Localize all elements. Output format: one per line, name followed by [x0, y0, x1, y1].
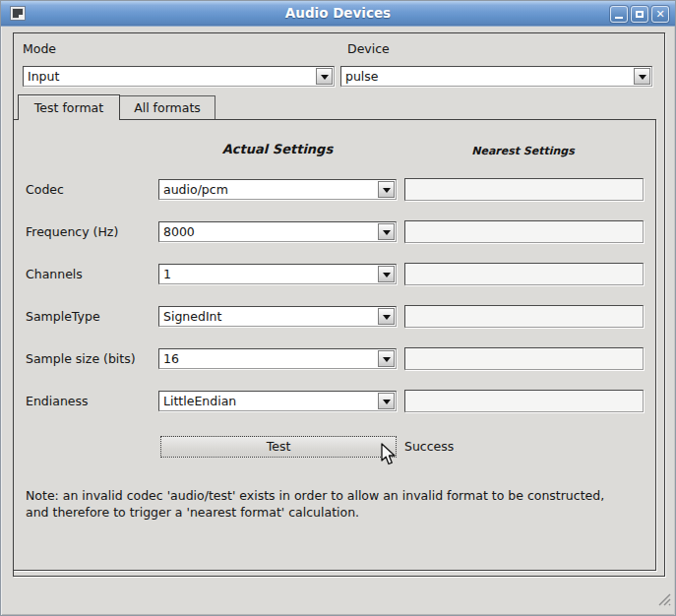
status-label: Success: [404, 439, 454, 454]
frequency-select[interactable]: 8000: [158, 221, 397, 242]
frequency-select-value: 8000: [163, 224, 195, 239]
arrow-down-icon: [378, 181, 395, 198]
audio-devices-window: Audio Devices ✕ Mode Input Device pulse …: [0, 0, 676, 616]
mode-label: Mode: [23, 41, 56, 56]
sample-type-label: SampleType: [26, 309, 100, 324]
mouse-cursor: [378, 443, 399, 466]
device-select-value: pulse: [345, 69, 379, 84]
codec-select[interactable]: audio/pcm: [158, 179, 397, 200]
endianess-label: Endianess: [26, 394, 89, 408]
nearest-codec-field: [404, 178, 644, 201]
arrow-down-icon: [634, 68, 650, 85]
arrow-down-icon: [378, 266, 395, 282]
tab-all-formats[interactable]: All formats: [120, 95, 215, 119]
sample-size-select-value: 16: [163, 351, 179, 366]
test-button[interactable]: Test: [160, 436, 397, 458]
arrow-down-icon: [378, 223, 395, 240]
channels-label: Channels: [26, 267, 83, 281]
sample-size-select[interactable]: 16: [158, 348, 397, 369]
device-label: Device: [347, 41, 390, 56]
sample-type-select-value: SignedInt: [163, 309, 221, 324]
maximize-button[interactable]: [631, 6, 648, 23]
test-format-pane: Actual Settings Nearest Settings Codec a…: [13, 119, 656, 571]
maximize-icon: [636, 11, 644, 18]
arrow-down-icon: [378, 308, 395, 325]
channels-select[interactable]: 1: [158, 264, 397, 284]
channels-select-value: 1: [163, 267, 171, 281]
resize-grip[interactable]: [656, 591, 671, 606]
frequency-label: Frequency (Hz): [26, 224, 118, 239]
nearest-channels-field: [404, 263, 644, 285]
nearest-sample-size-field: [404, 347, 644, 370]
window-title: Audio Devices: [1, 5, 675, 21]
note-text: Note: an invalid codec 'audio/test' exis…: [26, 487, 649, 521]
window-controls: ✕: [610, 6, 669, 23]
nearest-frequency-field: [404, 220, 644, 243]
minimize-button[interactable]: [610, 6, 628, 23]
codec-label: Codec: [26, 182, 64, 197]
nearest-sample-type-field: [404, 305, 644, 328]
minimize-icon: [615, 17, 623, 19]
codec-select-value: audio/pcm: [163, 182, 228, 197]
mode-select-value: Input: [28, 69, 59, 84]
titlebar: Audio Devices ✕: [1, 1, 675, 27]
arrow-down-icon: [316, 68, 333, 85]
nearest-endianess-field: [404, 390, 644, 412]
sample-type-select[interactable]: SignedInt: [158, 306, 397, 327]
nearest-settings-header: Nearest Settings: [403, 145, 643, 157]
arrow-down-icon: [378, 393, 395, 409]
arrow-down-icon: [378, 350, 395, 367]
close-icon: ✕: [652, 8, 668, 21]
tab-test-format[interactable]: Test format: [18, 94, 120, 120]
actual-settings-header: Actual Settings: [158, 142, 397, 156]
device-select[interactable]: pulse: [340, 66, 652, 87]
sample-size-label: Sample size (bits): [26, 351, 136, 366]
endianess-select[interactable]: LittleEndian: [158, 391, 397, 411]
close-button[interactable]: ✕: [651, 6, 669, 23]
mode-select[interactable]: Input: [23, 66, 335, 87]
endianess-select-value: LittleEndian: [163, 394, 236, 408]
